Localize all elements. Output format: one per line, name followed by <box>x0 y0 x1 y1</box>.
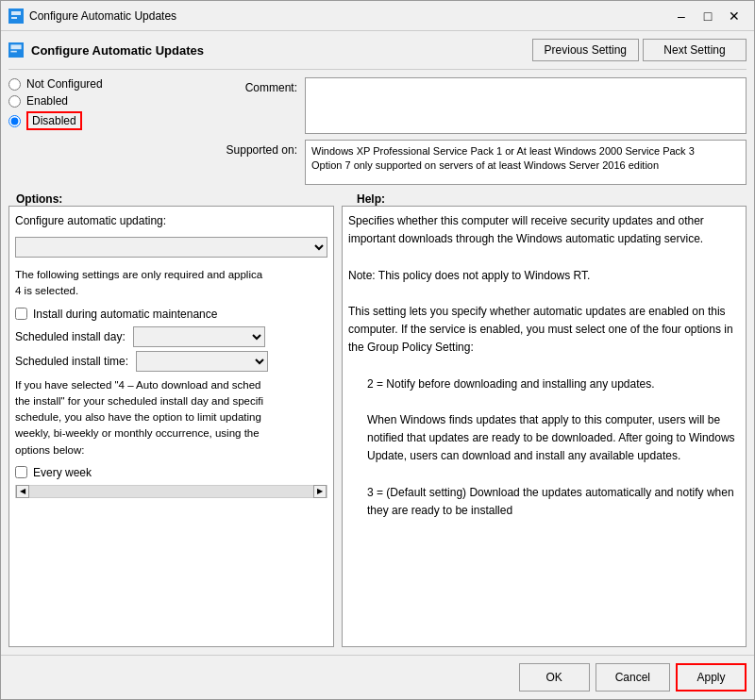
help-text: Specifies whether this computer will rec… <box>348 212 740 248</box>
options-panel: Configure automatic updating: The follow… <box>8 206 334 647</box>
configure-dropdown[interactable] <box>15 237 327 258</box>
not-configured-label[interactable]: Not Configured <box>26 77 103 91</box>
scheduled-time-label: Scheduled install time: <box>15 353 128 370</box>
svg-rect-5 <box>10 51 16 53</box>
top-section: Not Configured Enabled Disabled Comment: <box>8 77 747 185</box>
minimize-button[interactable]: – <box>669 4 694 28</box>
supported-text: Windows XP Professional Service Pack 1 o… <box>305 140 747 185</box>
comment-textarea[interactable] <box>305 77 747 134</box>
not-configured-row: Not Configured <box>8 77 197 91</box>
enabled-row: Enabled <box>8 94 197 108</box>
install-maintenance-row: Install during automatic maintenance <box>15 306 327 323</box>
header-row: Configure Automatic Updates Previous Set… <box>8 39 747 70</box>
help-rt-note: Note: This policy does not apply to Wind… <box>348 267 740 285</box>
header-title: Configure Automatic Updates <box>8 42 204 58</box>
scroll-left-arrow[interactable]: ◀ <box>16 485 29 498</box>
help-panel: Specifies whether this computer will rec… <box>342 206 747 647</box>
footer-buttons: OK Cancel Apply <box>1 655 754 699</box>
disabled-radio[interactable] <box>8 115 21 127</box>
section-labels: Options: Help: <box>8 192 747 206</box>
every-week-label[interactable]: Every week <box>33 464 92 481</box>
scroll-right-arrow[interactable]: ▶ <box>313 485 327 498</box>
disabled-label[interactable]: Disabled <box>26 111 82 130</box>
options-text1: The following settings are only required… <box>15 267 327 300</box>
comment-supported-section: Comment: Supported on: Windows XP Profes… <box>212 77 747 185</box>
enabled-label[interactable]: Enabled <box>26 94 68 108</box>
options-text2: If you have selected "4 – Auto download … <box>15 377 327 458</box>
scroll-track <box>29 486 313 497</box>
svg-rect-2 <box>11 17 17 19</box>
help-option3: 3 = (Default setting) Download the updat… <box>367 484 740 520</box>
scheduled-time-row: Scheduled install time: <box>15 351 327 372</box>
disabled-row: Disabled <box>8 111 197 130</box>
configure-auto-label: Configure automatic updating: <box>15 212 327 229</box>
previous-setting-button[interactable]: Previous Setting <box>532 39 639 61</box>
apply-button[interactable]: Apply <box>676 663 747 692</box>
install-maintenance-label[interactable]: Install during automatic maintenance <box>33 306 217 323</box>
next-setting-button[interactable]: Next Setting <box>643 39 747 61</box>
ok-button[interactable]: OK <box>519 663 590 692</box>
configure-automatic-updates-window: Configure Automatic Updates – □ ✕ Config… <box>0 0 755 700</box>
main-panels: Configure automatic updating: The follow… <box>8 206 747 647</box>
scheduled-day-row: Scheduled install day: <box>15 326 327 347</box>
scheduled-day-label: Scheduled install day: <box>15 328 126 345</box>
svg-rect-1 <box>11 11 21 15</box>
window-icon <box>8 8 24 24</box>
content-area: Configure Automatic Updates Previous Set… <box>1 31 754 655</box>
comment-label: Comment: <box>212 77 297 94</box>
scheduled-day-dropdown[interactable] <box>133 326 265 347</box>
every-week-row: Every week <box>15 464 327 481</box>
window-title: Configure Automatic Updates <box>29 9 176 23</box>
every-week-checkbox[interactable] <box>15 466 27 478</box>
header-title-text: Configure Automatic Updates <box>31 43 204 58</box>
header-icon <box>8 42 24 58</box>
title-bar-controls: – □ ✕ <box>669 4 747 28</box>
supported-content: Windows XP Professional Service Pack 1 o… <box>311 145 695 171</box>
help-option2-detail: When Windows finds updates that apply to… <box>367 411 740 466</box>
supported-label: Supported on: <box>212 140 297 157</box>
install-maintenance-checkbox[interactable] <box>15 308 27 320</box>
cancel-button[interactable]: Cancel <box>596 663 670 692</box>
help-setting-text: This setting lets you specify whether au… <box>348 303 740 358</box>
close-button[interactable]: ✕ <box>722 4 747 28</box>
comment-row: Comment: <box>212 77 747 134</box>
maximize-button[interactable]: □ <box>696 4 720 28</box>
nav-buttons: Previous Setting Next Setting <box>532 39 747 61</box>
supported-row: Supported on: Windows XP Professional Se… <box>212 140 747 185</box>
title-bar: Configure Automatic Updates – □ ✕ <box>1 1 754 31</box>
options-scrollbar: ◀ ▶ <box>15 485 327 498</box>
title-bar-left: Configure Automatic Updates <box>8 8 176 24</box>
enabled-radio[interactable] <box>8 95 21 108</box>
radio-section: Not Configured Enabled Disabled <box>8 77 197 185</box>
svg-rect-4 <box>10 44 21 49</box>
help-option2: 2 = Notify before downloading and instal… <box>367 375 740 393</box>
not-configured-radio[interactable] <box>8 78 21 91</box>
scheduled-time-dropdown[interactable] <box>136 351 268 372</box>
